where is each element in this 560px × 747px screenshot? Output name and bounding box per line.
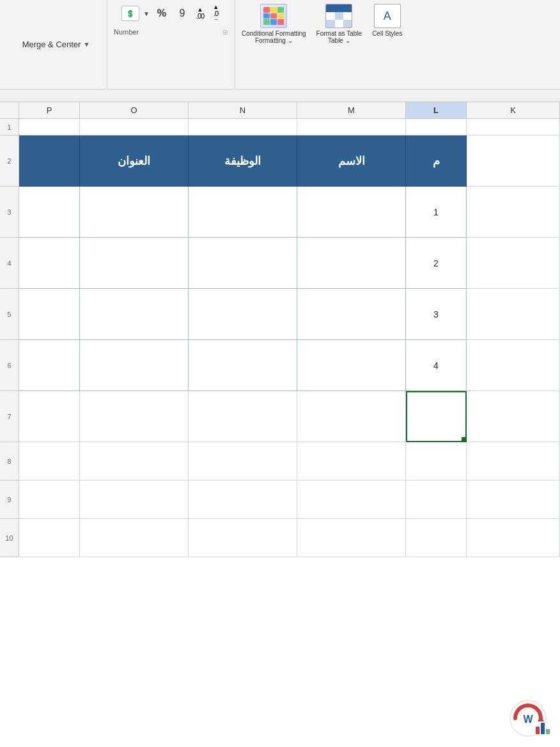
- cell-N5[interactable]: [189, 289, 297, 340]
- cell-N2-header[interactable]: الوظيفة: [189, 135, 297, 187]
- cell-M10[interactable]: [297, 519, 406, 557]
- cell-K8[interactable]: [467, 442, 560, 481]
- cell-O1[interactable]: [80, 119, 189, 135]
- currency-dropdown[interactable]: ▼: [143, 10, 150, 17]
- col-header-M[interactable]: M: [297, 102, 406, 118]
- cell-M7[interactable]: [297, 391, 406, 442]
- cell-M8[interactable]: [297, 442, 406, 481]
- col-header-P[interactable]: P: [19, 102, 80, 118]
- cell-O5[interactable]: [80, 289, 189, 340]
- cell-L2-header[interactable]: م: [406, 135, 467, 187]
- row-num-1[interactable]: 1: [0, 119, 19, 135]
- cell-M6[interactable]: [297, 340, 406, 391]
- cell-P8[interactable]: [19, 442, 80, 481]
- cell-L3[interactable]: 1: [406, 187, 467, 238]
- selected-row: 7: [0, 391, 560, 442]
- table-data-row-3: 5 3: [0, 289, 560, 340]
- cell-O6[interactable]: [80, 340, 189, 391]
- cell-L7-selected[interactable]: [406, 391, 467, 442]
- format-as-table-icon: [325, 4, 352, 28]
- cell-M3[interactable]: [297, 187, 406, 238]
- number-section-expander[interactable]: ☉: [222, 29, 228, 36]
- cell-O9[interactable]: [80, 481, 189, 519]
- cell-N6[interactable]: [189, 340, 297, 391]
- cell-O10[interactable]: [80, 519, 189, 557]
- cell-L6[interactable]: 4: [406, 340, 467, 391]
- row-num-2[interactable]: 2: [0, 135, 19, 187]
- cell-K2[interactable]: [467, 135, 560, 187]
- cell-resize-handle[interactable]: [462, 437, 465, 441]
- conditional-formatting-icon: [260, 4, 287, 28]
- cell-N8[interactable]: [189, 442, 297, 481]
- empty-row-10: 10: [0, 519, 560, 557]
- svg-marker-1: [538, 715, 544, 721]
- cell-P6[interactable]: [19, 340, 80, 391]
- cell-K10[interactable]: [467, 519, 560, 557]
- merge-center-dropdown[interactable]: ▼: [83, 41, 89, 48]
- row-num-10[interactable]: 10: [0, 519, 19, 557]
- cell-N7[interactable]: [189, 391, 297, 442]
- cell-L4[interactable]: 2: [406, 238, 467, 289]
- cell-N4[interactable]: [189, 238, 297, 289]
- conditional-formatting-button[interactable]: Conditional Formatting Formatting ⌄: [242, 4, 306, 44]
- cell-M2-header[interactable]: الاسم: [297, 135, 406, 187]
- svg-rect-5: [546, 729, 550, 734]
- cell-L1[interactable]: [406, 119, 467, 135]
- cell-M9[interactable]: [297, 481, 406, 519]
- col-header-L[interactable]: L: [406, 102, 467, 118]
- decrease-decimal-button[interactable]: ▲ .0 →: [211, 4, 221, 23]
- row-num-8[interactable]: 8: [0, 442, 19, 481]
- cell-N1[interactable]: [189, 119, 297, 135]
- comma-style-button[interactable]: 9: [174, 6, 191, 21]
- cell-L10[interactable]: [406, 519, 467, 557]
- brand-logo: W: [502, 696, 554, 741]
- cell-styles-button[interactable]: A Cell Styles: [372, 4, 402, 37]
- cell-L5[interactable]: 3: [406, 289, 467, 340]
- cell-M5[interactable]: [297, 289, 406, 340]
- col-header-N[interactable]: N: [189, 102, 297, 118]
- cell-K4[interactable]: [467, 238, 560, 289]
- row-num-5[interactable]: 5: [0, 289, 19, 340]
- cell-P9[interactable]: [19, 481, 80, 519]
- row-num-4[interactable]: 4: [0, 238, 19, 289]
- cell-P2-header[interactable]: [19, 135, 80, 187]
- empty-row-1: 1: [0, 119, 560, 135]
- row-num-6[interactable]: 6: [0, 340, 19, 391]
- col-header-K[interactable]: K: [467, 102, 560, 118]
- cell-N10[interactable]: [189, 519, 297, 557]
- cell-K7[interactable]: [467, 391, 560, 442]
- percent-button[interactable]: %: [153, 6, 170, 21]
- cell-O8[interactable]: [80, 442, 189, 481]
- toolbar: Merge & Center ▼ 💲 ▼ % 9 ▲ .00 ▲ .0 →: [0, 0, 560, 89]
- row-num-9[interactable]: 9: [0, 481, 19, 519]
- cell-O4[interactable]: [80, 238, 189, 289]
- cell-N3[interactable]: [189, 187, 297, 238]
- number-section-label: Number: [114, 28, 139, 36]
- cell-K1[interactable]: [467, 119, 560, 135]
- cell-P4[interactable]: [19, 238, 80, 289]
- cell-K3[interactable]: [467, 187, 560, 238]
- cell-K6[interactable]: [467, 340, 560, 391]
- cell-P1[interactable]: [19, 119, 80, 135]
- cell-P5[interactable]: [19, 289, 80, 340]
- cell-O7[interactable]: [80, 391, 189, 442]
- cell-O2-header[interactable]: العنوان: [80, 135, 189, 187]
- cell-O3[interactable]: [80, 187, 189, 238]
- row-num-7[interactable]: 7: [0, 391, 19, 442]
- cell-M1[interactable]: [297, 119, 406, 135]
- format-as-table-button[interactable]: Format as Table Table ⌄: [316, 4, 362, 44]
- cell-P10[interactable]: [19, 519, 80, 557]
- cell-N9[interactable]: [189, 481, 297, 519]
- cell-L9[interactable]: [406, 481, 467, 519]
- spreadsheet: 1 2 العنوان الوظيفة الاسم م 3 1: [0, 119, 560, 557]
- cell-K5[interactable]: [467, 289, 560, 340]
- cell-P3[interactable]: [19, 187, 80, 238]
- increase-decimal-button[interactable]: ▲ .00: [194, 6, 206, 20]
- cell-P7[interactable]: [19, 391, 80, 442]
- currency-format-button[interactable]: 💲: [121, 6, 139, 21]
- row-num-3[interactable]: 3: [0, 187, 19, 238]
- cell-M4[interactable]: [297, 238, 406, 289]
- col-header-O[interactable]: O: [80, 102, 189, 118]
- cell-L8[interactable]: [406, 442, 467, 481]
- cell-K9[interactable]: [467, 481, 560, 519]
